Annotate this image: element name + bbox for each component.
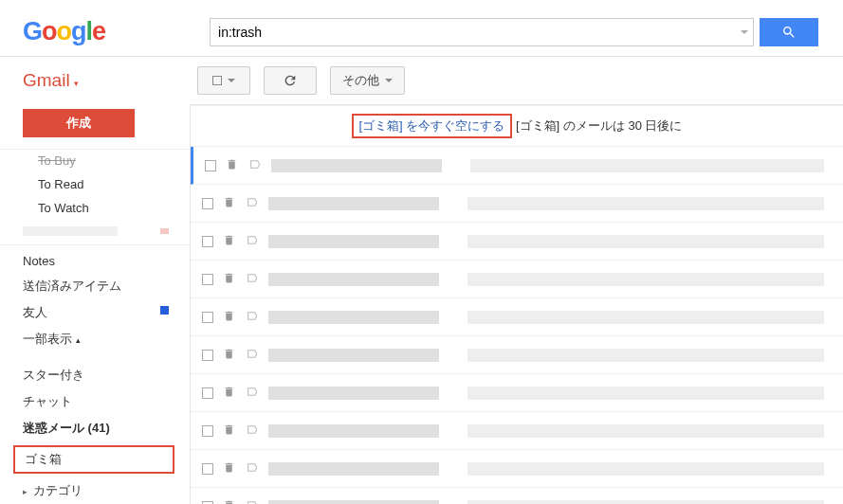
trash-icon	[223, 460, 236, 477]
mail-row[interactable]	[191, 298, 843, 336]
sender-placeholder	[268, 387, 439, 400]
subject-placeholder	[467, 500, 824, 505]
mail-row[interactable]	[191, 147, 843, 185]
chevron-down-icon	[385, 79, 393, 82]
chevron-down-icon	[228, 79, 235, 82]
trash-icon	[223, 498, 236, 505]
trash-icon	[223, 423, 236, 440]
sidebar-item-sent[interactable]: 送信済みアイテム	[0, 273, 190, 299]
header: Google	[0, 0, 843, 57]
refresh-button[interactable]	[264, 66, 317, 95]
row-checkbox[interactable]	[202, 501, 213, 505]
gmail-dropdown[interactable]: Gmail ▾	[0, 57, 190, 104]
gmail-label-text: Gmail	[23, 70, 70, 90]
label-icon	[248, 157, 262, 174]
compose-button[interactable]: 作成	[23, 109, 135, 137]
label-icon	[246, 233, 259, 250]
row-checkbox[interactable]	[202, 236, 213, 247]
label-icon	[246, 498, 259, 505]
search-icon	[781, 25, 797, 40]
trash-icon	[223, 309, 236, 326]
search-button[interactable]	[760, 18, 818, 46]
mail-row[interactable]	[191, 412, 843, 450]
refresh-icon	[283, 73, 298, 88]
label-icon	[246, 460, 259, 477]
sidebar-item-show-some[interactable]: 一部表示▴	[0, 326, 190, 352]
sidebar-item-redacted[interactable]	[0, 220, 190, 241]
row-checkbox[interactable]	[202, 312, 213, 323]
trash-icon	[223, 385, 236, 402]
row-checkbox[interactable]	[202, 350, 213, 361]
trash-icon	[223, 271, 236, 288]
subject-placeholder	[467, 349, 824, 362]
sidebar-item-trash[interactable]: ゴミ箱	[13, 445, 174, 474]
subject-placeholder	[467, 235, 824, 248]
label-icon	[246, 423, 259, 440]
mail-row[interactable]	[191, 261, 843, 298]
sidebar-item-notes[interactable]: Notes	[0, 249, 190, 273]
sidebar-item-chat[interactable]: チャット	[0, 388, 190, 415]
sidebar-item-label: 一部表示	[23, 332, 72, 346]
checkbox-icon	[212, 76, 222, 85]
sidebar-item-to-read[interactable]: To Read	[0, 172, 190, 196]
row-checkbox[interactable]	[202, 463, 213, 475]
mail-list: [ゴミ箱] を今すぐ空にする [ゴミ箱] のメールは 30 日後に	[190, 105, 843, 504]
sender-placeholder	[268, 273, 439, 286]
select-all-button[interactable]	[197, 66, 250, 95]
trash-icon	[223, 195, 236, 212]
mail-row[interactable]	[191, 374, 843, 412]
mail-row[interactable]	[191, 223, 843, 261]
row-checkbox[interactable]	[205, 160, 216, 171]
sender-placeholder	[268, 235, 439, 248]
trash-notice-text: [ゴミ箱] のメールは 30 日後に	[516, 118, 683, 133]
subject-placeholder	[467, 273, 824, 286]
sidebar-item-spam[interactable]: 迷惑メール (41)	[0, 415, 190, 441]
sender-placeholder	[268, 311, 439, 324]
search-input[interactable]	[210, 18, 754, 46]
trash-icon	[226, 157, 239, 174]
row-checkbox[interactable]	[202, 387, 213, 399]
trash-notice: [ゴミ箱] を今すぐ空にする [ゴミ箱] のメールは 30 日後に	[191, 105, 843, 147]
empty-trash-link[interactable]: [ゴミ箱] を今すぐ空にする	[359, 118, 505, 133]
sidebar-item-label: 友人	[23, 305, 47, 319]
row-checkbox[interactable]	[202, 425, 213, 437]
sender-placeholder	[271, 159, 442, 172]
sender-placeholder	[268, 500, 439, 505]
trash-icon	[223, 233, 236, 250]
sidebar-item-category[interactable]: カテゴリ	[0, 477, 190, 504]
label-icon	[246, 309, 259, 326]
blue-square-marker	[160, 306, 169, 315]
subject-placeholder	[467, 311, 824, 324]
mail-row[interactable]	[191, 336, 843, 374]
subject-placeholder	[470, 159, 824, 172]
trash-icon	[223, 347, 236, 364]
row-checkbox[interactable]	[202, 198, 213, 209]
label-icon	[246, 271, 259, 288]
sender-placeholder	[268, 462, 439, 476]
subject-placeholder	[467, 462, 824, 476]
subject-placeholder	[467, 424, 824, 438]
mail-row[interactable]	[191, 185, 843, 223]
sender-placeholder	[268, 197, 439, 210]
sidebar: 作成 To Buy To Read To Watch Notes 送信済みアイテ…	[0, 105, 190, 504]
label-icon	[246, 195, 259, 212]
sidebar-item-to-watch[interactable]: To Watch	[0, 196, 190, 220]
sidebar-item-to-buy[interactable]: To Buy	[0, 153, 190, 172]
label-icon	[246, 385, 259, 402]
dropdown-arrow-icon: ▾	[72, 79, 80, 88]
subject-placeholder	[467, 197, 824, 210]
sub-toolbar: その他	[190, 57, 843, 105]
mail-row[interactable]	[191, 488, 843, 504]
google-logo: Google	[23, 17, 105, 46]
mail-row[interactable]	[191, 450, 843, 488]
sidebar-item-starred[interactable]: スター付き	[0, 362, 190, 388]
sender-placeholder	[268, 349, 439, 362]
sidebar-item-friends[interactable]: 友人	[0, 299, 190, 326]
row-checkbox[interactable]	[202, 274, 213, 285]
sender-placeholder	[268, 424, 439, 438]
more-button[interactable]: その他	[330, 66, 405, 95]
more-label: その他	[342, 72, 379, 89]
label-icon	[246, 347, 259, 364]
search-wrap	[210, 18, 818, 46]
up-triangle-icon: ▴	[76, 335, 81, 345]
